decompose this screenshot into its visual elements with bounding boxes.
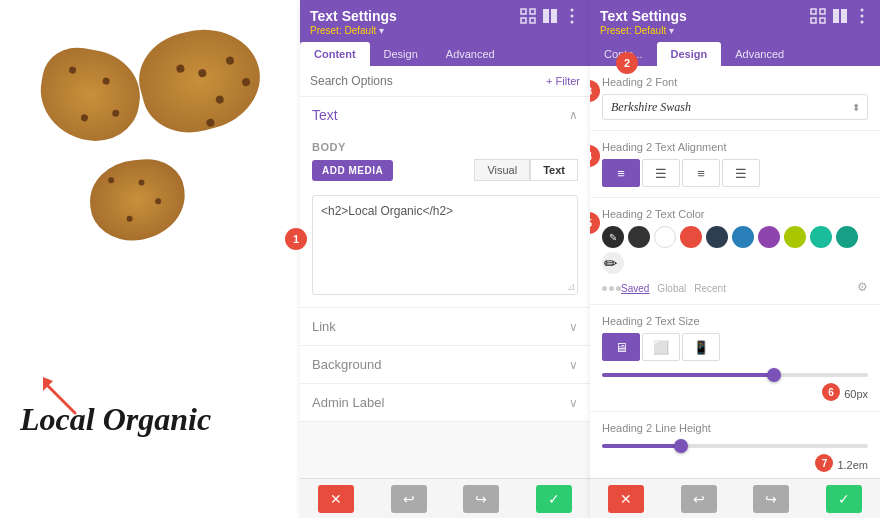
desktop-btn[interactable]: 🖥 bbox=[602, 333, 640, 361]
svg-rect-13 bbox=[811, 18, 816, 23]
badge-4: 4 bbox=[590, 145, 600, 167]
resize-handle[interactable]: ⊿ bbox=[567, 281, 575, 292]
tab-advanced[interactable]: Advanced bbox=[432, 42, 509, 66]
red-swatch[interactable] bbox=[680, 226, 702, 248]
recent-tab[interactable]: Recent bbox=[694, 283, 726, 294]
right-redo-button[interactable]: ↪ bbox=[753, 485, 789, 513]
link-section-header[interactable]: Link ∨ bbox=[300, 308, 590, 345]
background-section-chevron: ∨ bbox=[569, 358, 578, 372]
link-section-title: Link bbox=[312, 319, 336, 334]
heading2-alignment-label: Heading 2 Text Alignment bbox=[602, 141, 868, 153]
tablet-btn[interactable]: ⬜ bbox=[642, 333, 680, 361]
admin-label-section-header[interactable]: Admin Label ∨ bbox=[300, 384, 590, 421]
svg-point-10 bbox=[571, 21, 574, 24]
badge-6: 6 bbox=[822, 383, 840, 401]
blue-swatch[interactable] bbox=[732, 226, 754, 248]
search-input[interactable] bbox=[310, 74, 546, 88]
white-swatch[interactable] bbox=[654, 226, 676, 248]
black-swatch[interactable] bbox=[628, 226, 650, 248]
media-toggle-row: ADD MEDIA Visual Text bbox=[312, 159, 578, 189]
right-save-button[interactable]: ✓ bbox=[826, 485, 862, 513]
middle-panel-tabs: Content Design Advanced bbox=[300, 42, 590, 66]
line-height-slider-row bbox=[602, 440, 868, 452]
color-gear-icon[interactable]: ⚙ bbox=[857, 280, 868, 294]
middle-save-button[interactable]: ✓ bbox=[536, 485, 572, 513]
heading2-line-height-label: Heading 2 Line Height bbox=[602, 422, 868, 434]
svg-point-8 bbox=[571, 9, 574, 12]
line-height-slider-thumb[interactable] bbox=[674, 439, 688, 453]
tab-design[interactable]: Design bbox=[370, 42, 432, 66]
right-cancel-button[interactable]: ✕ bbox=[608, 485, 644, 513]
align-justify-button[interactable]: ☰ bbox=[722, 159, 760, 187]
cookie-2 bbox=[33, 42, 147, 148]
left-panel: Local Organic 1 bbox=[0, 0, 300, 518]
line-height-slider-fill bbox=[602, 444, 682, 448]
heading2-alignment-group: 4 Heading 2 Text Alignment ≡ ☰ ≡ ☰ bbox=[590, 131, 880, 198]
columns-icon[interactable] bbox=[542, 8, 558, 24]
eyedropper-swatch[interactable]: ✎ bbox=[602, 226, 624, 248]
filter-button[interactable]: + Filter bbox=[546, 75, 580, 87]
svg-rect-3 bbox=[530, 9, 535, 14]
right-undo-button[interactable]: ↩ bbox=[681, 485, 717, 513]
mobile-btn[interactable]: 📱 bbox=[682, 333, 720, 361]
color-more-dots[interactable] bbox=[602, 286, 621, 291]
middle-undo-button[interactable]: ↩ bbox=[391, 485, 427, 513]
purple-swatch[interactable] bbox=[758, 226, 780, 248]
background-section: Background ∨ bbox=[300, 346, 590, 384]
right-columns-icon[interactable] bbox=[832, 8, 848, 24]
right-panel-header: Text Settings Preset: Default ▾ bbox=[590, 0, 880, 42]
right-panel-content: 3 Heading 2 Font Berkshire Swash ⬍ 4 Hea… bbox=[590, 66, 880, 478]
right-fullscreen-icon[interactable] bbox=[810, 8, 826, 24]
line-height-value: 1.2em bbox=[837, 459, 868, 471]
size-value: 60px bbox=[844, 388, 868, 400]
cookie-1 bbox=[129, 16, 271, 144]
cookie-3 bbox=[87, 156, 189, 244]
text-section-body: Body ADD MEDIA Visual Text <h2>Local Org… bbox=[300, 133, 590, 307]
right-panel-title: Text Settings bbox=[600, 8, 687, 24]
more-icon[interactable] bbox=[564, 8, 580, 24]
pencil-swatch[interactable]: ✏ bbox=[602, 252, 624, 274]
size-slider-thumb[interactable] bbox=[767, 368, 781, 382]
right-tab-design[interactable]: Design bbox=[657, 42, 722, 66]
font-select-wrapper: Berkshire Swash ⬍ bbox=[602, 94, 868, 120]
badge-5: 5 bbox=[590, 212, 600, 234]
right-tab-advanced[interactable]: Advanced bbox=[721, 42, 798, 66]
dark-teal-swatch[interactable] bbox=[836, 226, 858, 248]
cookie-image: Local Organic bbox=[0, 0, 300, 518]
svg-rect-2 bbox=[521, 9, 526, 14]
right-more-icon[interactable] bbox=[854, 8, 870, 24]
badge-1: 1 bbox=[285, 228, 307, 250]
background-section-header[interactable]: Background ∨ bbox=[300, 346, 590, 383]
text-editor-content: <h2>Local Organic</h2> bbox=[321, 204, 569, 218]
svg-rect-16 bbox=[841, 9, 847, 23]
text-toggle[interactable]: Text bbox=[530, 159, 578, 181]
size-slider-track bbox=[602, 373, 868, 377]
font-select[interactable]: Berkshire Swash bbox=[602, 94, 868, 120]
yellow-green-swatch[interactable] bbox=[784, 226, 806, 248]
visual-text-toggle: Visual Text bbox=[474, 159, 578, 181]
right-panel: 2 Text Settings Preset: Default ▾ Conte.… bbox=[590, 0, 880, 518]
middle-cancel-button[interactable]: ✕ bbox=[318, 485, 354, 513]
middle-redo-button[interactable]: ↪ bbox=[463, 485, 499, 513]
svg-point-9 bbox=[571, 15, 574, 18]
background-section-title: Background bbox=[312, 357, 381, 372]
tab-content[interactable]: Content bbox=[300, 42, 370, 66]
align-right-button[interactable]: ≡ bbox=[682, 159, 720, 187]
fullscreen-icon[interactable] bbox=[520, 8, 536, 24]
align-center-button[interactable]: ☰ bbox=[642, 159, 680, 187]
text-section-header[interactable]: Text ∧ bbox=[300, 97, 590, 133]
saved-tab[interactable]: Saved bbox=[621, 283, 649, 294]
align-left-button[interactable]: ≡ bbox=[602, 159, 640, 187]
svg-rect-6 bbox=[543, 9, 549, 23]
right-panel-preset: Preset: Default ▾ bbox=[600, 25, 870, 36]
middle-panel-title-row: Text Settings bbox=[310, 8, 580, 24]
global-tab[interactable]: Global bbox=[657, 283, 686, 294]
add-media-button[interactable]: ADD MEDIA bbox=[312, 160, 393, 181]
dark-blue-swatch[interactable] bbox=[706, 226, 728, 248]
link-section: Link ∨ bbox=[300, 308, 590, 346]
text-editor[interactable]: <h2>Local Organic</h2> ⊿ bbox=[312, 195, 578, 295]
badge-7: 7 bbox=[815, 454, 833, 472]
teal-swatch[interactable] bbox=[810, 226, 832, 248]
right-panel-footer: ✕ ↩ ↪ ✓ bbox=[590, 478, 880, 518]
visual-toggle[interactable]: Visual bbox=[474, 159, 530, 181]
